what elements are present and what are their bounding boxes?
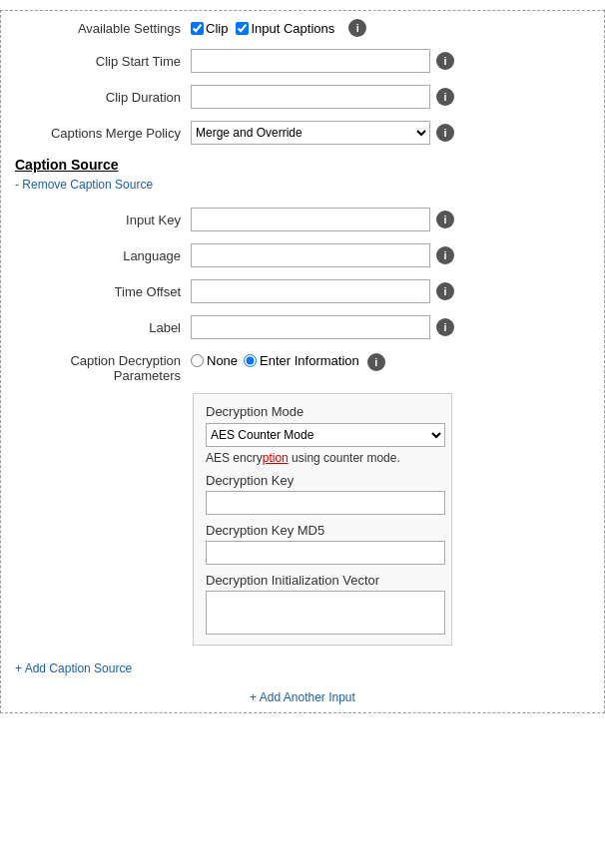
clip-start-time-row: Clip Start Time i <box>11 49 594 73</box>
decryption-iv-label: Decryption Initialization Vector <box>206 573 439 588</box>
label-input[interactable] <box>191 315 430 339</box>
decryption-key-md5-input[interactable] <box>206 541 445 565</box>
decryption-key-md5-label: Decryption Key MD5 <box>206 523 439 538</box>
captions-merge-policy-label: Captions Merge Policy <box>11 126 191 141</box>
available-settings-label: Available Settings <box>11 21 191 36</box>
clip-duration-label: Clip Duration <box>11 90 191 105</box>
captions-merge-policy-row: Captions Merge Policy Merge and Override… <box>11 121 594 145</box>
language-info-icon[interactable]: i <box>436 246 454 264</box>
remove-caption-source-link[interactable]: - Remove Caption Source <box>15 178 153 192</box>
caption-decryption-controls: None Enter Information <box>191 351 359 368</box>
clip-checkbox-label[interactable]: Clip <box>191 21 228 36</box>
add-another-input-row: + Add Another Input <box>11 689 594 704</box>
caption-decryption-radio-group: None Enter Information <box>191 353 359 368</box>
captions-merge-policy-info-icon[interactable]: i <box>436 124 454 142</box>
aes-description: AES encryption using counter mode. <box>206 451 439 465</box>
time-offset-row: Time Offset i <box>11 279 594 303</box>
clip-duration-info-icon[interactable]: i <box>436 88 454 106</box>
caption-decryption-label: Caption Decryption Parameters <box>11 351 191 383</box>
add-another-input-link[interactable]: + Add Another Input <box>250 690 355 704</box>
add-caption-source-link[interactable]: + Add Caption Source <box>15 661 132 675</box>
clip-start-time-label: Clip Start Time <box>11 54 191 69</box>
add-caption-source-row: + Add Caption Source <box>11 655 594 681</box>
language-label: Language <box>11 248 191 263</box>
language-row: Language i <box>11 243 594 267</box>
input-key-info-icon[interactable]: i <box>436 211 454 228</box>
decryption-mode-select[interactable]: AES Counter Mode AES CBC Mode None <box>206 423 445 447</box>
input-key-input[interactable] <box>191 208 430 231</box>
input-captions-checkbox-label[interactable]: Input Captions <box>236 21 334 36</box>
clip-duration-input[interactable] <box>191 85 430 109</box>
label-row: Label i <box>11 315 594 339</box>
clip-duration-row: Clip Duration i <box>11 85 594 109</box>
label-info-icon[interactable]: i <box>436 318 454 336</box>
none-radio[interactable] <box>191 354 204 367</box>
decryption-key-input[interactable] <box>206 491 445 515</box>
page-wrapper: Available Settings Clip Input Captions i… <box>0 10 605 713</box>
enter-info-radio-label[interactable]: Enter Information <box>244 353 359 368</box>
decryption-mode-label: Decryption Mode <box>206 404 439 419</box>
available-settings-row: Available Settings Clip Input Captions i <box>11 19 594 37</box>
input-captions-checkbox[interactable] <box>236 22 249 35</box>
captions-merge-policy-select[interactable]: Merge and Override Merge Override None <box>191 121 430 145</box>
input-key-row: Input Key i <box>11 208 594 231</box>
clip-checkbox[interactable] <box>191 22 204 35</box>
time-offset-info-icon[interactable]: i <box>436 282 454 300</box>
caption-decryption-row: Caption Decryption Parameters None Enter… <box>11 351 594 383</box>
label-field-label: Label <box>11 320 191 335</box>
none-radio-label[interactable]: None <box>191 353 238 368</box>
decryption-iv-textarea[interactable] <box>206 591 445 635</box>
time-offset-input[interactable] <box>191 279 430 303</box>
decryption-key-label: Decryption Key <box>206 473 439 488</box>
caption-source-header: Caption Source - Remove Caption Source <box>11 157 594 202</box>
time-offset-label: Time Offset <box>11 284 191 299</box>
enter-info-radio[interactable] <box>244 354 257 367</box>
clip-start-time-input[interactable] <box>191 49 430 73</box>
language-input[interactable] <box>191 243 430 267</box>
input-key-label: Input Key <box>11 213 191 227</box>
decryption-box: Decryption Mode AES Counter Mode AES CBC… <box>193 393 452 646</box>
available-settings-info-icon[interactable]: i <box>348 19 366 37</box>
checkbox-group: Clip Input Captions i <box>191 19 366 37</box>
clip-start-time-info-icon[interactable]: i <box>436 52 454 70</box>
caption-decryption-info-icon[interactable]: i <box>367 353 385 371</box>
caption-source-title: Caption Source <box>15 157 594 173</box>
